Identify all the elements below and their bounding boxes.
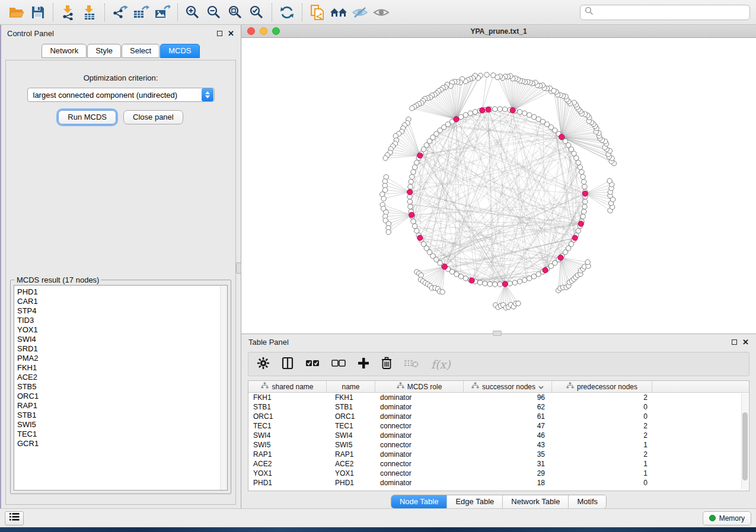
run-mcds-button[interactable]: Run MCDS — [58, 110, 116, 124]
mcds-result-title: MCDS result (17 nodes) — [15, 275, 101, 284]
zoom-in-button[interactable] — [182, 2, 203, 23]
table-cell: 2 — [552, 431, 652, 440]
mcds-result-item[interactable]: ACE2 — [17, 373, 220, 382]
search-field[interactable] — [580, 5, 750, 20]
table-row[interactable]: TEC1TEC1connector472 — [248, 421, 749, 431]
mcds-result-item[interactable]: STP4 — [17, 306, 220, 316]
tab-motifs[interactable]: Motifs — [568, 495, 606, 508]
table-scrollbar[interactable] — [741, 393, 748, 489]
tab-edge-table[interactable]: Edge Table — [446, 495, 502, 508]
table-row[interactable]: RAP1RAP1dominator352 — [248, 450, 749, 459]
table-cell: SWI4 — [248, 431, 327, 440]
table-row[interactable]: SWI5SWI5connector431 — [248, 440, 749, 450]
delete-column-button[interactable] — [381, 357, 392, 372]
column-header-predecessor-nodes[interactable]: predecessor nodes — [552, 381, 652, 392]
table-row[interactable]: SWI4SWI4dominator462 — [248, 431, 749, 440]
column-header-MCDS-role[interactable]: MCDS role — [375, 381, 464, 392]
eye-button[interactable] — [371, 2, 392, 23]
function-builder-button[interactable]: f(x) — [431, 358, 451, 371]
open-file-button[interactable] — [6, 2, 27, 23]
vertical-splitter-handle[interactable] — [236, 262, 241, 274]
tab-style[interactable]: Style — [87, 44, 121, 58]
table-cell: 0 — [552, 402, 652, 412]
mcds-result-item[interactable]: PHD1 — [17, 287, 220, 297]
search-input[interactable] — [594, 8, 745, 17]
column-header-successor-nodes[interactable]: successor nodes — [464, 381, 552, 392]
export-table-button[interactable] — [130, 2, 152, 23]
select-all-rows-button[interactable] — [305, 359, 320, 370]
mcds-result-item[interactable]: SRD1 — [17, 344, 220, 354]
split-columns-button[interactable] — [282, 357, 294, 372]
column-header-label: predecessor nodes — [577, 383, 637, 391]
tab-mcds[interactable]: MCDS — [160, 44, 199, 58]
close-panel-icon[interactable]: ✕ — [228, 31, 234, 36]
tab-network[interactable]: Network — [42, 44, 87, 58]
documents-share-button[interactable] — [307, 2, 328, 23]
eye-icon — [373, 6, 390, 19]
deselect-all-rows-button[interactable] — [331, 359, 346, 370]
export-image-button[interactable] — [152, 2, 173, 23]
mcds-result-item[interactable]: SWI4 — [17, 335, 220, 344]
zoom-fit-button[interactable] — [225, 2, 246, 23]
column-header-shared-name[interactable]: shared name — [248, 381, 327, 392]
column-header-label: shared name — [272, 383, 313, 391]
add-column-button[interactable] — [358, 357, 369, 371]
table-settings-button[interactable] — [257, 357, 270, 372]
table-row[interactable]: STB1STB1dominator620 — [248, 402, 749, 412]
task-history-button[interactable] — [5, 511, 24, 525]
column-header-name[interactable]: name — [327, 381, 375, 392]
tab-network-table[interactable]: Network Table — [502, 495, 568, 508]
mcds-result-item[interactable]: FKH1 — [17, 363, 220, 373]
table-panel-tabs: Node TableEdge TableNetwork TableMotifs — [241, 495, 756, 509]
zoom-selected-button[interactable] — [246, 2, 267, 23]
control-panel: Control Panel ✕ NetworkStyleSelectMCDS O… — [1, 25, 240, 508]
mcds-result-item[interactable]: GCR1 — [17, 439, 220, 448]
mcds-result-item[interactable]: STB1 — [17, 411, 220, 420]
two-houses-button[interactable] — [328, 2, 349, 23]
tab-node-table[interactable]: Node Table — [391, 495, 447, 508]
mcds-result-list[interactable]: PHD1CAR1STP4TID3YOX1SWI4SRD1PMA2FKH1ACE2… — [14, 285, 228, 491]
refresh-view-button[interactable] — [276, 2, 298, 23]
table-row[interactable]: ORC1ORC1dominator610 — [248, 412, 749, 421]
mcds-result-item[interactable]: TEC1 — [17, 430, 220, 439]
export-network-button[interactable] — [109, 2, 130, 23]
mcds-result-item[interactable]: TID3 — [17, 316, 220, 325]
mcds-list-scrollbar[interactable] — [220, 286, 227, 490]
mcds-result-item[interactable]: STB5 — [17, 382, 220, 392]
horizontal-splitter-handle[interactable] — [493, 331, 502, 336]
eye-slash-button[interactable] — [349, 2, 371, 23]
float-panel-icon[interactable] — [732, 339, 737, 345]
table-cell: 2 — [552, 421, 652, 431]
network-window-titlebar[interactable]: YPA_prune.txt_1 — [241, 25, 756, 38]
network-graph[interactable] — [241, 38, 756, 333]
tab-select[interactable]: Select — [122, 44, 160, 58]
mcds-result-item[interactable]: YOX1 — [17, 325, 220, 335]
table-cell: connector — [375, 421, 464, 431]
mcds-result-item[interactable]: ORC1 — [17, 392, 220, 401]
mcds-result-item[interactable]: PMA2 — [17, 354, 220, 363]
float-panel-icon[interactable] — [217, 31, 222, 36]
mcds-result-item[interactable]: CAR1 — [17, 297, 220, 306]
table-cell: PHD1 — [248, 478, 327, 488]
network-canvas[interactable] — [241, 38, 756, 333]
close-panel-button[interactable]: Close panel — [123, 110, 183, 124]
table-row[interactable]: YOX1YOX1connector291 — [248, 469, 749, 478]
memory-button[interactable]: Memory — [703, 511, 751, 525]
mcds-result-item[interactable]: SWI5 — [17, 420, 220, 430]
import-network-button[interactable] — [58, 2, 79, 23]
memory-status-dot — [709, 515, 716, 521]
optimization-criterion-select[interactable]: largest connected component (undirected) — [27, 88, 215, 102]
import-table-button[interactable] — [79, 2, 100, 23]
optimization-criterion-label: Optimization criterion: — [6, 73, 235, 82]
close-panel-icon[interactable]: ✕ — [742, 339, 749, 345]
table-cell: ORC1 — [327, 412, 375, 421]
table-row[interactable]: PHD1PHD1dominator180 — [248, 478, 749, 488]
save-session-button[interactable] — [27, 2, 49, 23]
table-row[interactable]: ACE2ACE2connector311 — [248, 459, 749, 469]
zoom-out-button[interactable] — [203, 2, 225, 23]
table-cell: 1 — [552, 469, 652, 478]
table-scrollbar-thumb[interactable] — [742, 412, 748, 480]
delete-table-button[interactable] — [404, 358, 419, 371]
table-row[interactable]: FKH1FKH1dominator962 — [248, 393, 749, 402]
mcds-result-item[interactable]: RAP1 — [17, 401, 220, 411]
